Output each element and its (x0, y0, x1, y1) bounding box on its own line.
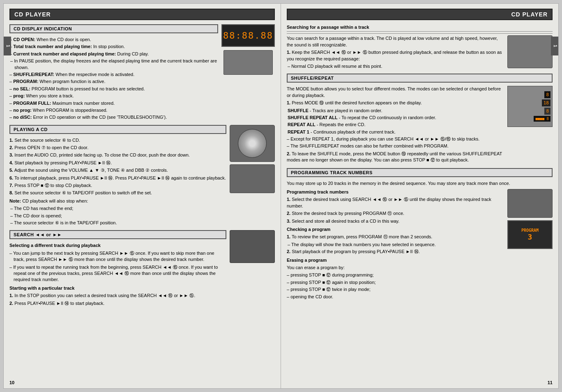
left-page-number: 10 (9, 380, 14, 385)
play-step-7: 7. Press STOP ■ ⑫ to stop CD playback. (9, 182, 226, 189)
shuffle-step-2: 2. To leave the SHUFFLE mode, press the … (287, 151, 504, 164)
selecting-title: Selecting a different track during playb… (9, 242, 226, 249)
particular-step-2: 2. Press PLAY•PAUSE ►II ⑭ to start playb… (9, 300, 226, 307)
particular-step-1: 1. In the STOP position you can select a… (9, 293, 226, 299)
shuffle-mode-1: SHUFFLE - Tracks are played in random or… (287, 108, 504, 114)
cd-disc-image (238, 129, 267, 158)
programming-intro: You may store up to 20 tracks in the mem… (287, 180, 553, 187)
checking-title: Checking a program (287, 226, 504, 233)
cd-display-content: – CD OPEN: When the CD door is open. – T… (9, 37, 218, 121)
pause-note: – In PAUSE position, the display freezes… (9, 58, 218, 71)
checking-step-2: 2. Start playback of the program by pres… (287, 249, 504, 255)
searching-step-1: 1. Keep the SEARCH ◄◄ ⑯ or ►► ⑮ button p… (287, 49, 504, 62)
searching-image (507, 35, 553, 68)
searching-section: Searching for a passage within a track Y… (287, 24, 553, 70)
program-label: PROGRAM (521, 228, 539, 233)
note-item-3: – The source selector ⑥ is in the TAPE/O… (9, 220, 226, 226)
play-step-8: 8. Set the source selector ⑥ to TAPE/OFF… (9, 190, 226, 196)
erasing-intro: You can erase a program by: (287, 265, 504, 271)
searching-title: Searching for a passage within a track (287, 24, 553, 32)
left-page: CD PLAYER 1 CD DISPLAY INDICATION – CD O… (3, 3, 281, 389)
cd-open-item: – CD OPEN: When the CD door is open. (9, 37, 218, 43)
shuffle-section: SHUFFLE/REPEAT The MODE button allows yo… (287, 74, 553, 164)
play-step-5: 5. Adjust the sound using the VOLUME ▲ ▼… (9, 167, 226, 173)
display-bar-4: ■■■■ 8 (534, 116, 550, 122)
shuffle-step-1: 1. Press MODE ⑲ until the desired functi… (287, 100, 504, 106)
programming-section-title: PROGRAMMING TRACK NUMBERS (287, 168, 553, 177)
shuffle-combine: – The SHUFFLE/REPEAT modes can also be f… (287, 143, 504, 149)
display-bar-2: 18 (542, 99, 550, 106)
erase-item-2: – pressing STOP ■ ⑫ again in stop positi… (287, 279, 504, 286)
shuffle-mode-4: REPEAT 1 - Continuous playback of the cu… (287, 129, 504, 135)
right-page-header: CD PLAYER (287, 9, 553, 20)
current-track-item: – Current track number and elapsed playi… (9, 51, 218, 57)
play-step-4: 4. Start playback by pressing PLAY•PAUSE… (9, 160, 226, 166)
right-page-number: 11 (548, 380, 553, 385)
erase-item-1: – pressing STOP ■ ⑫ during programming; (287, 272, 504, 278)
right-tab-marker: 1 (551, 37, 558, 55)
prog-step-1: 1. Select the desired track using SEARCH… (287, 196, 504, 209)
no-prog-item: – no prog: When PROGRAM is stopped/erase… (9, 107, 218, 113)
prog-step-2: 2. Store the desired track by pressing P… (287, 210, 504, 217)
shuffle-intro: The MODE button allows you to select fou… (287, 86, 504, 99)
display-bar-1: 8 (544, 91, 550, 98)
no-sel-item: – no SEL: PROGRAM button is pressed but … (9, 86, 218, 92)
erase-item-3: – pressing STOP ■ ⑫ twice in play mode; (287, 286, 504, 293)
play-step-1: 1. Set the source selector ⑥ to CD. (9, 137, 226, 143)
playing-cd-section-title: PLAYING A CD (9, 125, 226, 134)
play-step-2: 2. Press OPEN ⑦ to open the CD door. (9, 145, 226, 151)
selecting-item-1: – You can jump to the next track by pres… (9, 250, 226, 263)
checking-step-1: 1. To review the set program, press PROG… (287, 234, 504, 240)
shuffle-repeat-item: – SHUFFLE/REPEAT: When the respective mo… (9, 71, 218, 78)
cd-player-image-middle (230, 125, 275, 162)
shuffle-mode-3: REPEAT ALL - Repeats the entire CD. (287, 122, 504, 128)
play-note: Note: CD playback will also stop when: (9, 198, 226, 204)
shuffle-section-title: SHUFFLE/REPEAT (287, 74, 553, 83)
shuffle-mode-2: SHUFFLE REPEAT ALL - To repeat the CD co… (287, 115, 504, 121)
prog-step-3: 3. Select and store all desired tracks o… (287, 218, 504, 224)
shuffle-display-image: 8 18 8 ■■■■ 8 (507, 86, 553, 127)
checking-note: – The display will show the track number… (287, 242, 504, 248)
particular-title: Starting with a particular track (9, 285, 226, 291)
searching-note: – Normal CD playback will resume at this… (287, 63, 504, 69)
erasing-title: Erasing a program (287, 257, 504, 263)
programming-image-top (507, 189, 553, 218)
selecting-item-2: – If you want to repeat the running trac… (9, 264, 226, 283)
note-item-1: – The CD has reached the end; (9, 205, 226, 212)
program-number: 3 (521, 233, 539, 241)
no-disc-item: – no diSC: Error in CD operation or with… (9, 114, 218, 120)
left-tab-marker: 1 (4, 37, 11, 55)
note-item-2: – The CD door is opened; (9, 213, 226, 219)
total-track-item: – Total track number and playing time: I… (9, 44, 218, 50)
cd-player-image-top (223, 50, 273, 75)
program-full-item: – PROGRAM FULL: Maximum track number sto… (9, 100, 218, 106)
searching-intro: You can search for a passage within a tr… (287, 35, 504, 48)
right-page: CD PLAYER 1 Searching for a passage with… (281, 3, 559, 389)
cd-display-section-title: CD DISPLAY INDICATION (9, 24, 218, 33)
erase-item-4: – opening the CD door. (287, 294, 504, 300)
prog-item: – prog: When you store a track. (9, 93, 218, 99)
play-step-3: 3. Insert the AUDIO CD, printed side fac… (9, 152, 226, 158)
programming-section: PROGRAMMING TRACK NUMBERS You may store … (287, 168, 553, 301)
program-display-image: PROGRAM 3 (507, 220, 553, 249)
prog-numbers-title: Programming track numbers (287, 189, 504, 195)
play-step-6: 6. To interrupt playback, press PLAY•PAU… (9, 175, 226, 181)
search-image (230, 230, 275, 263)
cd-display-image: 88:88.88 (221, 24, 275, 47)
program-item: – PROGRAM: When program function is acti… (9, 78, 218, 85)
shuffle-except: – Except for REPEAT 1, during playback y… (287, 136, 504, 142)
cd-player-image-bottom (230, 164, 275, 193)
left-page-header: CD PLAYER (9, 9, 275, 20)
display-bar-3: 8 (544, 108, 550, 115)
search-section-title: SEARCH ◄◄ or ►► (9, 230, 226, 239)
